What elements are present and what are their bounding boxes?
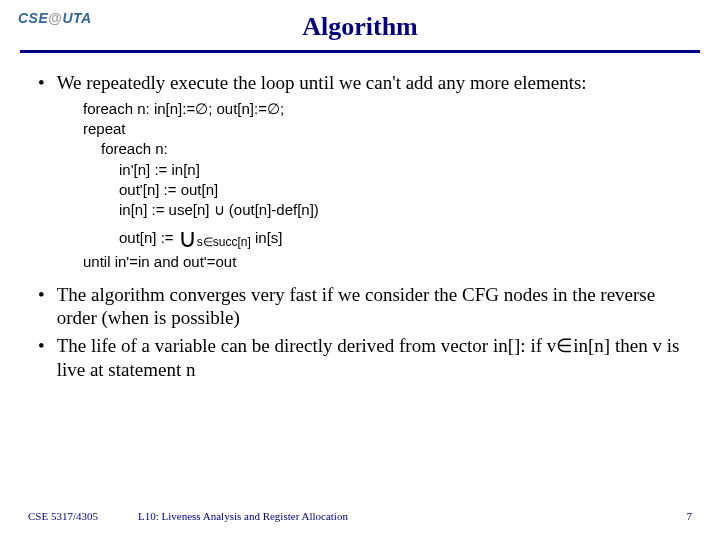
bullet-dot: • <box>38 283 45 307</box>
slide-title: Algorithm <box>30 12 690 42</box>
bullet-text-3: The life of a variable can be directly d… <box>57 334 690 382</box>
code-line: until in'=in and out'=out <box>83 252 690 272</box>
institution-logo: CSE@UTA <box>18 10 92 26</box>
slide-root: CSE@UTA Algorithm • We repeatedly execut… <box>0 0 720 540</box>
slide-footer: CSE 5317/4305 L10: Liveness Analysis and… <box>28 510 692 522</box>
algorithm-code: foreach n: in[n]:=∅; out[n]:=∅; repeat f… <box>83 99 690 273</box>
bullet-dot: • <box>38 334 45 358</box>
bullet-item: • The algorithm converges very fast if w… <box>38 283 690 331</box>
bullet-dot: • <box>38 71 45 95</box>
code-line: in[n] := use[n] ∪ (out[n]-def[n]) <box>119 200 690 220</box>
code-line: out'[n] := out[n] <box>119 180 690 200</box>
title-rule <box>20 50 700 53</box>
footer-lecture: L10: Liveness Analysis and Register Allo… <box>138 510 348 522</box>
bullet-text-2: The algorithm converges very fast if we … <box>57 283 690 331</box>
big-union-icon: ∪ <box>178 224 197 253</box>
logo-at: @ <box>48 10 62 26</box>
logo-right: UTA <box>62 10 91 26</box>
code-line: repeat <box>83 119 690 139</box>
bullet-item: • We repeatedly execute the loop until w… <box>38 71 690 95</box>
code-in-s: in[s] <box>251 229 283 246</box>
union-subscript: s∈succ[n] <box>197 235 251 249</box>
slide-content: • We repeatedly execute the loop until w… <box>30 71 690 382</box>
logo-left: CSE <box>18 10 48 26</box>
footer-course: CSE 5317/4305 <box>28 510 98 522</box>
code-line-union: out[n] := ∪s∈succ[n] in[s] <box>119 228 690 250</box>
code-line: in'[n] := in[n] <box>119 160 690 180</box>
code-out-assign: out[n] := <box>119 229 178 246</box>
bullet-item: • The life of a variable can be directly… <box>38 334 690 382</box>
code-line: foreach n: in[n]:=∅; out[n]:=∅; <box>83 99 690 119</box>
footer-page: 7 <box>687 510 693 522</box>
code-line: foreach n: <box>101 139 690 159</box>
bullet-text-1: We repeatedly execute the loop until we … <box>57 71 690 95</box>
